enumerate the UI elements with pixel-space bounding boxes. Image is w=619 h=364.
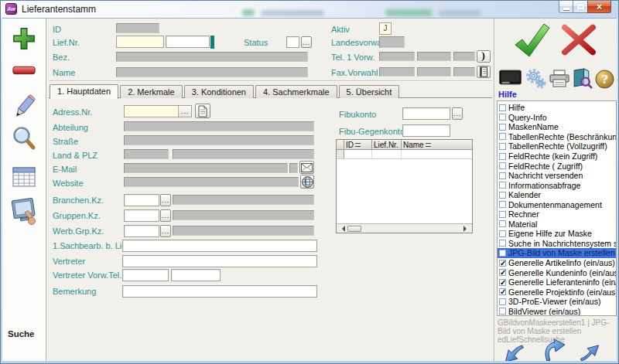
tab-2[interactable]: 2. Merkmale	[120, 85, 183, 98]
help-list[interactable]: HilfeQuery-InfoMaskenNameTabellenRechte …	[497, 100, 617, 316]
help-list-item[interactable]: FeldRechte ( Zugriff)	[498, 161, 616, 171]
address-document-button[interactable]	[195, 104, 210, 118]
checkbox[interactable]	[499, 143, 506, 150]
table-icon[interactable]	[12, 167, 36, 187]
help-list-item[interactable]: Generelle Projektinfo (ein/aus)	[498, 287, 616, 297]
tab-4[interactable]: 4. Sachmerkmale	[255, 85, 337, 98]
help-list-item[interactable]: TabellenRechte (Beschränkung)	[498, 132, 616, 142]
arrow-down-left-icon[interactable]	[502, 343, 525, 361]
checkbox[interactable]	[499, 269, 506, 276]
help-list-item[interactable]: Generelle Lieferanteninfo (ein/aus)	[498, 277, 616, 287]
gruppen-field[interactable]	[124, 209, 159, 222]
add-icon[interactable]	[12, 26, 36, 51]
grid-column-header[interactable]: ID	[344, 140, 372, 149]
fibu-gegenkonto-field[interactable]	[402, 124, 450, 137]
question-icon[interactable]: ?	[595, 70, 614, 89]
fibukonto-field[interactable]	[402, 107, 450, 120]
help-list-item[interactable]: Hilfe	[498, 103, 616, 113]
edit-pencil-icon[interactable]	[10, 93, 38, 121]
help-list-item[interactable]: Material	[498, 219, 616, 230]
help-list-item[interactable]: Rechner	[498, 209, 616, 219]
close-button[interactable]: ×	[587, 1, 611, 13]
tab-3[interactable]: 3. Konditionen	[184, 85, 254, 98]
redo-arrow-icon[interactable]	[541, 338, 567, 361]
checkbox[interactable]	[499, 162, 506, 169]
row-selector[interactable]	[337, 150, 344, 158]
checkbox[interactable]	[499, 201, 506, 208]
help-list-item[interactable]: Kalender	[498, 190, 616, 200]
werbgrp-lookup-button[interactable]: ...	[160, 225, 171, 237]
open-website-button[interactable]	[300, 175, 314, 189]
branchen-lookup-button[interactable]: ...	[160, 194, 171, 206]
help-list-item[interactable]: MaskenName	[498, 122, 616, 132]
adressnr-field[interactable]: ...	[124, 105, 192, 117]
confirm-check-icon[interactable]	[510, 20, 553, 60]
checkbox[interactable]	[499, 288, 506, 295]
status-lookup-button[interactable]: ...	[301, 36, 312, 48]
book-search-icon[interactable]	[572, 68, 593, 89]
werbgrp-field[interactable]	[124, 225, 159, 237]
checkbox[interactable]	[499, 220, 506, 227]
tab-1[interactable]: 1. Hauptdaten	[50, 84, 118, 99]
grid-row[interactable]	[337, 150, 472, 159]
arrow-up-right-icon[interactable]	[578, 343, 603, 361]
checkbox[interactable]	[499, 182, 506, 189]
help-list-item[interactable]: FeldRechte (kein Zugriff)	[498, 151, 616, 162]
status-field[interactable]	[286, 36, 299, 48]
send-email-button[interactable]	[299, 161, 314, 174]
sachbearb-field[interactable]	[122, 240, 317, 252]
help-list-item[interactable]: Generelle Kundeninfo (ein/aus)	[498, 267, 616, 277]
search-icon[interactable]	[11, 125, 37, 151]
scroll-right-icon[interactable]	[463, 226, 470, 232]
help-list-item[interactable]: Generelle Artikelinfo (ein/aus)	[498, 258, 616, 268]
checkbox[interactable]	[499, 114, 506, 121]
grid-h-scrollbar[interactable]	[337, 223, 472, 233]
checkbox[interactable]	[499, 279, 506, 286]
help-list-item[interactable]: Eigene Hilfe zur Maske	[498, 229, 616, 239]
checkbox[interactable]	[499, 104, 506, 111]
vertreter-vorw-field[interactable]	[122, 269, 169, 281]
help-list-item[interactable]: TabellenRechte (Vollzugriff)	[498, 141, 616, 151]
liefnr-field-2[interactable]	[166, 36, 210, 48]
checkbox[interactable]	[499, 124, 506, 131]
help-list-item[interactable]: JPG-Bild von Maske erstellen	[498, 248, 616, 258]
help-list-item[interactable]: Suche in Nachrichtensystem speichern	[498, 239, 616, 249]
checkbox[interactable]	[499, 230, 506, 237]
help-list-item[interactable]: BildViewer (ein/aus)	[498, 306, 616, 316]
phone-dial-button[interactable]	[477, 50, 491, 63]
checkbox[interactable]	[499, 133, 506, 140]
gruppen-lookup-button[interactable]: ...	[160, 209, 171, 222]
help-list-item[interactable]: Query-Info	[498, 113, 616, 123]
checkbox[interactable]	[499, 250, 506, 257]
adressnr-lookup-button[interactable]: ...	[178, 106, 191, 117]
checkbox[interactable]	[499, 172, 506, 179]
fax-button[interactable]	[477, 66, 491, 78]
aktiv-field[interactable]: J	[379, 22, 392, 35]
maximize-button[interactable]	[573, 1, 587, 13]
tab-5[interactable]: 5. Übersicht	[339, 85, 400, 98]
checkbox[interactable]	[499, 308, 506, 315]
scroll-thumb[interactable]	[347, 226, 361, 232]
grid-column-header[interactable]: Name	[402, 140, 472, 149]
gears-icon[interactable]	[525, 68, 546, 89]
cancel-x-icon[interactable]	[559, 22, 598, 57]
grid-column-header[interactable]: Lief.Nr.	[372, 140, 402, 149]
fibukonto-lookup-button[interactable]: ...	[452, 107, 463, 120]
liefnr-field[interactable]	[116, 36, 164, 48]
screen-icon[interactable]	[498, 70, 522, 87]
checkbox[interactable]	[499, 192, 506, 199]
checkbox[interactable]	[499, 153, 506, 160]
minimize-button[interactable]	[559, 1, 573, 13]
supplier-grid[interactable]: IDLief.Nr.Name	[336, 139, 473, 233]
vertreter-field[interactable]	[122, 255, 317, 267]
scroll-left-icon[interactable]	[339, 226, 345, 232]
checkbox[interactable]	[499, 260, 506, 267]
touch-screen-icon[interactable]	[9, 196, 39, 229]
checkbox[interactable]	[499, 298, 506, 305]
bemerkung-field[interactable]	[122, 285, 317, 298]
printer-icon[interactable]	[549, 70, 570, 88]
help-list-item[interactable]: Informationsabfrage	[498, 180, 616, 190]
branchen-field[interactable]	[124, 194, 159, 206]
checkbox[interactable]	[499, 211, 506, 218]
delete-icon[interactable]	[12, 65, 36, 76]
